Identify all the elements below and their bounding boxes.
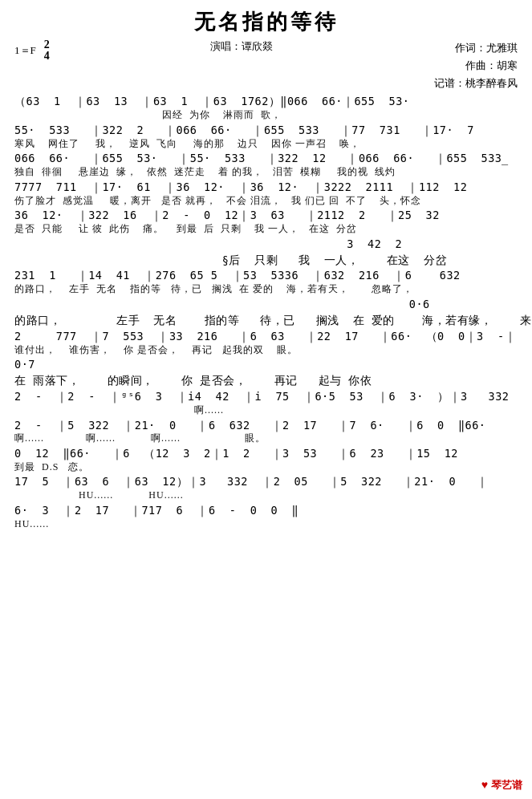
lyric-row: 寒风 网住了 我， 逆风 飞向 海的那 边只 因你 一声召 唤， (14, 138, 518, 151)
notation-row: 066 66· ｜655 53· ｜55· 533 ｜322 12 ｜066 6… (14, 151, 518, 166)
lyric-row: 到最 D.S 恋。 (14, 461, 518, 474)
key-label: 1＝F (14, 43, 36, 58)
notation-row: 7777 711 ｜17· 61 ｜36 12· ｜36 12· ｜3222 2… (14, 180, 518, 195)
staff-section-7: 231 1 ｜14 41 ｜276 65 5 ｜53 5336 ｜632 216… (14, 268, 518, 295)
staff-section-10: 2 777 ｜7 553 ｜33 216 ｜6 63 ｜22 17 ｜66· （… (14, 329, 518, 356)
composer-name: 胡寒 (497, 59, 518, 71)
lyric-row: 因经 为你 淋雨而 歌， (14, 109, 518, 122)
notation-row: 55· 533 ｜322 2 ｜066 66· ｜655 533 ｜77 731… (14, 123, 518, 138)
meta-row: 1＝F 2 4 演唱：谭欣燚 作词：尤雅琪 作曲：胡寒 记谱：桃李醉春风 (14, 39, 518, 92)
staff-section-11: 0·7 (14, 357, 518, 372)
noter-label: 记谱： (434, 77, 465, 89)
composer-label: 作曲： (465, 59, 497, 71)
staff-section-13: 2 - ｜2 - ｜ᵍˢ6 3 ｜i4 42 ｜i 75 ｜6·5 53 ｜6 … (14, 389, 518, 416)
notation-row: 在 雨落下， 的瞬间， 你 是否会， 再记 起与 你依 (14, 373, 518, 388)
watermark-heart-icon: ♥ (481, 779, 488, 792)
staff-section-17: 6· 3 ｜2 17 ｜717 6 ｜6 - 0 0 ‖HU...... (14, 503, 518, 530)
notation-row: 6· 3 ｜2 17 ｜717 6 ｜6 - 0 0 ‖ (14, 503, 518, 518)
key-signature: 1＝F (14, 43, 36, 58)
staff-section-1: 55· 533 ｜322 2 ｜066 66· ｜655 533 ｜77 731… (14, 123, 518, 150)
page: 无名指的等待 1＝F 2 4 演唱：谭欣燚 作词：尤雅琪 作曲：胡寒 记谱：桃李… (0, 0, 532, 555)
notation-row: 0·6 (14, 297, 518, 312)
lyric-row: 伤了脸才 感觉温 暖，离开 是否 就再， 不会 泪流， 我 们已 回 不了 头，… (14, 195, 518, 208)
staff-section-14: 2 - ｜5 322 ｜21· 0 ｜6 632 ｜2 17 ｜7 6· ｜6 … (14, 418, 518, 445)
notation-row: 0·7 (14, 357, 518, 372)
lyricist-label: 作词： (455, 42, 486, 54)
lyric-row: 是否 只能 让 彼 此伤 痛。 到最 后 只剩 我 一人， 在这 分岔 (14, 223, 518, 236)
lyric-row: 独自 徘徊 悬崖边 缘， 依然 迷茫走 着 的我， 泪苦 模糊 我的视 线灼 (14, 166, 518, 179)
staff-section-15: 0 12 ‖66· ｜6 （12 3 2｜1 2 ｜3 53 ｜6 23 ｜15… (14, 446, 518, 473)
notation-row: 的路口， 左手 无名 指的等 待，已 搁浅 在 爱的 海，若有缘， 来 世再见， (14, 313, 518, 328)
music-content: （63 1 ｜63 13 ｜63 1 ｜63 1762）‖066 66·｜655… (14, 94, 518, 530)
singer-info: 演唱：谭欣燚 (210, 39, 273, 54)
notation-row: 17 5 ｜63 6 ｜63 12）｜3 332 ｜2 05 ｜5 322 ｜2… (14, 474, 518, 489)
lyric-row: 啊...... 啊...... 啊...... 眼。 (14, 432, 518, 445)
staff-section-12: 在 雨落下， 的瞬间， 你 是否会， 再记 起与 你依 (14, 373, 518, 388)
lyric-row: HU...... HU...... (14, 489, 518, 502)
lyric-row: 啊...... (14, 404, 518, 417)
notation-row: 2 777 ｜7 553 ｜33 216 ｜6 63 ｜22 17 ｜66· （… (14, 329, 518, 344)
notation-row: 2 - ｜5 322 ｜21· 0 ｜6 632 ｜2 17 ｜7 6· ｜6 … (14, 418, 518, 433)
noter-line: 记谱：桃李醉春风 (434, 75, 518, 92)
staff-section-3: 7777 711 ｜17· 61 ｜36 12· ｜36 12· ｜3222 2… (14, 180, 518, 207)
staff-section-2: 066 66· ｜655 53· ｜55· 533 ｜322 12 ｜066 6… (14, 151, 518, 178)
staff-section-9: 的路口， 左手 无名 指的等 待，已 搁浅 在 爱的 海，若有缘， 来 世再见， (14, 313, 518, 328)
lyricist-name: 尤雅琪 (486, 42, 518, 54)
page-title: 无名指的等待 (14, 8, 518, 36)
singer-name: 谭欣燚 (242, 40, 273, 52)
lyric-row: 谁付出， 谁伤害， 你 是否会， 再记 起我的双 眼。 (14, 344, 518, 357)
staff-section-5: 3 42 2 (14, 237, 518, 252)
staff-section-8: 0·6 (14, 297, 518, 312)
notation-row: （63 1 ｜63 13 ｜63 1 ｜63 1762）‖066 66·｜655… (14, 94, 518, 109)
lyricist-line: 作词：尤雅琪 (434, 39, 518, 57)
composer-line: 作曲：胡寒 (434, 57, 518, 75)
notation-row: 2 - ｜2 - ｜ᵍˢ6 3 ｜i4 42 ｜i 75 ｜6·5 53 ｜6 … (14, 389, 518, 404)
notation-row: 231 1 ｜14 41 ｜276 65 5 ｜53 5336 ｜632 216… (14, 268, 518, 283)
lyric-row: 的路口， 左手 无名 指的等 待，已 搁浅 在 爱的 海，若有天， 忽略了， (14, 283, 518, 296)
lyric-row: HU...... (14, 518, 518, 531)
time-bottom: 4 (44, 51, 50, 62)
notation-row: 0 12 ‖66· ｜6 （12 3 2｜1 2 ｜3 53 ｜6 23 ｜15… (14, 446, 518, 461)
notation-row: 36 12· ｜322 16 ｜2 - 0 12｜3 63 ｜2112 2 ｜2… (14, 208, 518, 223)
notation-row: §后 只剩 我 一人， 在这 分岔 (14, 253, 518, 268)
staff-section-6: §后 只剩 我 一人， 在这 分岔 (14, 253, 518, 268)
staff-section-16: 17 5 ｜63 6 ｜63 12）｜3 332 ｜2 05 ｜5 322 ｜2… (14, 474, 518, 501)
noter-name: 桃李醉春风 (465, 77, 518, 89)
time-top: 2 (44, 39, 50, 51)
notation-row: 3 42 2 (14, 237, 518, 252)
staff-section-0: （63 1 ｜63 13 ｜63 1 ｜63 1762）‖066 66·｜655… (14, 94, 518, 121)
watermark: ♥ 琴艺谱 (481, 778, 522, 793)
credits: 作词：尤雅琪 作曲：胡寒 记谱：桃李醉春风 (434, 39, 518, 92)
watermark-label: 琴艺谱 (491, 778, 522, 793)
time-signature: 2 4 (44, 39, 50, 62)
staff-section-4: 36 12· ｜322 16 ｜2 - 0 12｜3 63 ｜2112 2 ｜2… (14, 208, 518, 235)
singer-label: 演唱： (210, 40, 242, 52)
meta-left: 1＝F 2 4 (14, 39, 50, 62)
